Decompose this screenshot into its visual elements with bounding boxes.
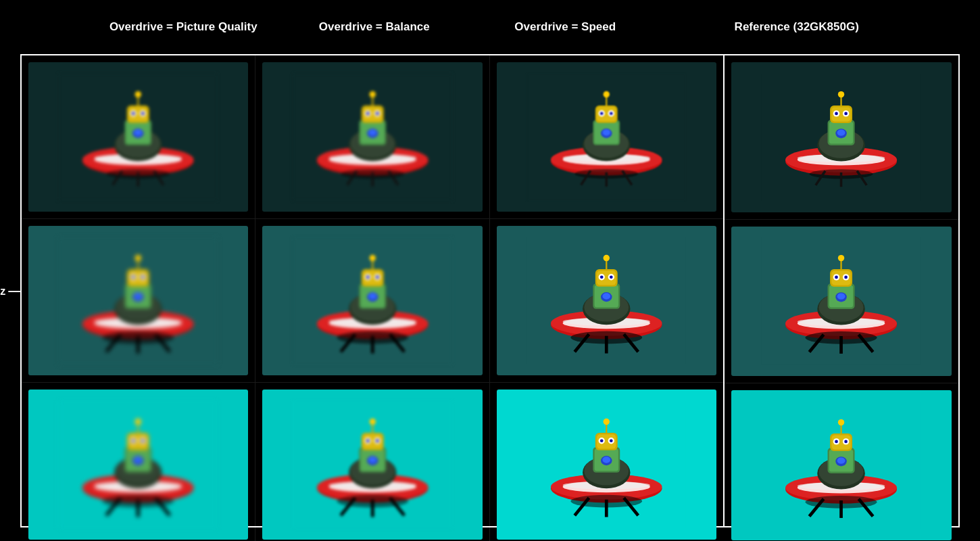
- ref-row-1: [725, 55, 958, 220]
- svg-point-152: [141, 439, 145, 442]
- cell-ref-r3: [725, 383, 958, 541]
- hz-arrow-icon: —: [8, 284, 20, 298]
- cell-r1c2: [255, 55, 489, 218]
- ufo-svg: [45, 237, 232, 364]
- header-row: Overdrive = Picture Quality Overdrive = …: [0, 0, 980, 54]
- svg-point-39: [369, 91, 375, 97]
- cell-r3c3: [490, 383, 723, 541]
- ufo-image-r1c3: [497, 62, 716, 212]
- svg-point-16: [135, 91, 141, 97]
- ref-row-3: [725, 383, 958, 541]
- svg-point-62: [604, 91, 610, 97]
- svg-point-225: [837, 129, 846, 135]
- row-3: [22, 383, 723, 541]
- ufo-svg: [45, 401, 232, 528]
- ufo-svg: [748, 74, 935, 201]
- ufo-svg: [513, 74, 700, 201]
- ufo-image-r2c3: [497, 226, 716, 375]
- svg-point-175: [376, 439, 379, 442]
- svg-point-202: [602, 456, 610, 463]
- cell-r1c3: [490, 55, 723, 218]
- header-col-1: Overdrive = Picture Quality: [88, 20, 279, 34]
- svg-point-37: [376, 112, 379, 115]
- header-col-4: Reference (32GK850G): [702, 20, 893, 34]
- ufo-svg: [748, 237, 935, 364]
- ufo-ref-r3: [731, 390, 952, 540]
- svg-point-151: [132, 439, 135, 442]
- ufo-svg: [279, 401, 466, 528]
- ufo-svg: [513, 237, 700, 364]
- svg-point-198: [610, 439, 613, 442]
- ufo-ref-r1: [731, 62, 952, 212]
- header-col-3: Overdrive = Speed: [470, 20, 661, 34]
- svg-point-179: [368, 456, 376, 463]
- row-1: [22, 55, 723, 219]
- cell-ref-r1: [725, 55, 958, 219]
- ufo-image-r3c1: [28, 390, 248, 539]
- svg-point-131: [604, 255, 610, 261]
- svg-point-133: [602, 293, 610, 299]
- svg-point-220: [835, 112, 839, 115]
- svg-point-60: [610, 112, 613, 115]
- svg-point-41: [368, 129, 376, 135]
- ufo-svg: [279, 237, 466, 364]
- svg-point-13: [132, 112, 135, 115]
- hz-label: 165Hz —: [0, 284, 20, 298]
- ufo-svg: [279, 74, 466, 201]
- left-section: [22, 55, 725, 526]
- right-section: [725, 55, 958, 526]
- svg-point-129: [610, 275, 613, 279]
- svg-point-200: [604, 419, 610, 425]
- svg-point-82: [132, 275, 135, 279]
- svg-point-269: [838, 419, 844, 425]
- svg-point-59: [600, 112, 604, 115]
- svg-point-246: [838, 255, 844, 261]
- svg-point-248: [837, 293, 846, 300]
- svg-point-87: [134, 293, 143, 299]
- svg-point-64: [602, 129, 610, 135]
- ufo-image-r3c2: [262, 390, 482, 539]
- ufo-image-r2c1: [28, 226, 248, 375]
- row-2: [22, 219, 723, 383]
- svg-point-105: [366, 275, 370, 279]
- svg-point-128: [600, 275, 604, 279]
- ref-row-2: [725, 220, 958, 384]
- svg-point-85: [135, 255, 141, 261]
- ufo-image-r1c2: [262, 62, 482, 212]
- cell-r1c1: [22, 55, 255, 218]
- svg-point-110: [368, 293, 376, 299]
- cell-r2c1: [22, 219, 255, 382]
- ufo-image-r2c2: [262, 226, 482, 375]
- ufo-image-r3c3: [497, 390, 716, 539]
- ufo-svg: [748, 402, 935, 529]
- main-area: 165Hz —: [20, 54, 960, 527]
- svg-point-108: [369, 255, 375, 261]
- header-col-2: Overdrive = Balance: [279, 20, 470, 34]
- cell-r2c3: [490, 219, 723, 382]
- svg-point-221: [845, 112, 848, 115]
- svg-point-243: [835, 276, 839, 279]
- svg-point-223: [838, 91, 844, 97]
- cell-r3c2: [255, 383, 489, 541]
- ufo-svg: [513, 401, 700, 528]
- cell-r3c1: [22, 383, 255, 541]
- ufo-svg: [45, 74, 232, 201]
- svg-point-14: [141, 112, 145, 115]
- svg-point-266: [835, 440, 839, 443]
- svg-point-267: [845, 440, 848, 443]
- svg-point-18: [134, 129, 143, 135]
- svg-point-36: [366, 112, 370, 115]
- svg-point-271: [837, 457, 846, 463]
- svg-point-197: [600, 439, 604, 442]
- svg-point-106: [376, 275, 379, 279]
- svg-point-83: [141, 275, 145, 279]
- cell-r2c2: [255, 219, 489, 382]
- svg-point-156: [134, 456, 143, 463]
- svg-point-177: [369, 419, 375, 425]
- svg-point-244: [845, 276, 848, 279]
- svg-point-174: [366, 439, 370, 442]
- cell-ref-r2: [725, 220, 958, 383]
- ufo-image-r1c1: [28, 62, 248, 212]
- ufo-ref-r2: [731, 227, 952, 377]
- svg-point-154: [135, 419, 141, 425]
